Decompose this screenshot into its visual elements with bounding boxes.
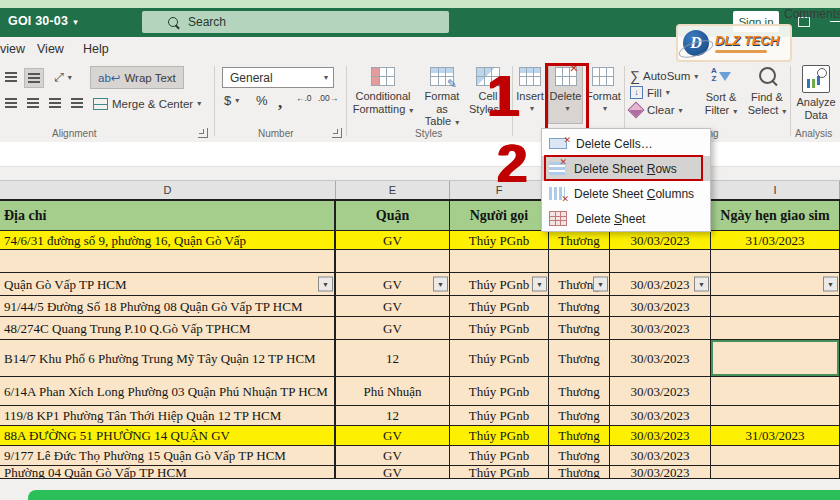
tab-view[interactable]: View xyxy=(37,42,64,56)
increase-decimal-button[interactable]: ←.0 xyxy=(296,93,312,103)
cell[interactable]: 6/14A Phan Xích Long Phường 03 Quận Phú … xyxy=(0,377,336,406)
find-select-button[interactable]: Find & Select▾ xyxy=(746,65,788,118)
cell[interactable] xyxy=(711,250,840,273)
menu-item-delete-sheet[interactable]: Delete Sheet xyxy=(542,206,710,231)
formula-bar[interactable] xyxy=(0,142,840,167)
cell[interactable]: GV▼ xyxy=(336,273,450,296)
cell[interactable] xyxy=(450,250,549,273)
cell[interactable]: Thúy PGnb xyxy=(450,446,549,466)
column-letter-D[interactable]: D xyxy=(0,181,336,199)
cell[interactable]: Thúy PGnb xyxy=(450,406,549,426)
header-cell[interactable]: Quận xyxy=(336,199,450,231)
cell[interactable]: 30/03/2023 xyxy=(610,466,711,479)
cell[interactable]: GV xyxy=(336,317,450,340)
cell[interactable]: Thúy PGnb xyxy=(450,426,549,446)
merge-center-button[interactable]: Merge & Center ▾ xyxy=(90,93,204,114)
cell[interactable]: Thúy PGnb xyxy=(450,296,549,317)
cell[interactable] xyxy=(711,446,840,466)
cell[interactable]: Thương xyxy=(549,377,610,406)
filter-dropdown-icon[interactable]: ▼ xyxy=(593,277,608,292)
cell[interactable]: 119/8 KP1 Phường Tân Thới Hiệp Quận 12 T… xyxy=(0,406,336,426)
cell[interactable]: Thương xyxy=(549,340,610,377)
cell[interactable] xyxy=(336,250,450,273)
menu-item-delete-cells[interactable]: Delete Cells… xyxy=(542,131,710,156)
cell[interactable]: 30/03/2023 xyxy=(610,426,711,446)
column-letter-I[interactable]: I xyxy=(711,181,840,199)
cell[interactable]: Thúy PGnb xyxy=(450,377,549,406)
cell[interactable]: ▼ xyxy=(711,273,840,296)
cell[interactable]: Thúy PGnb xyxy=(450,466,549,479)
cell[interactable]: Thương xyxy=(549,466,610,479)
cell[interactable]: Thương xyxy=(549,406,610,426)
filter-dropdown-icon[interactable]: ▼ xyxy=(823,277,838,292)
comments-button[interactable]: Comments xyxy=(784,7,840,21)
cell[interactable]: 12 xyxy=(336,406,450,426)
filter-dropdown-icon[interactable]: ▼ xyxy=(433,277,448,292)
cell[interactable]: Thương▼ xyxy=(549,273,610,296)
comma-style-button[interactable]: , xyxy=(278,93,282,113)
column-letter-E[interactable]: E xyxy=(336,181,450,199)
clear-button[interactable]: Clear ▾ xyxy=(630,104,683,116)
cell[interactable]: GV xyxy=(336,466,450,479)
cell[interactable]: Quận Gò Vấp TP HCM▼ xyxy=(0,273,336,296)
cell[interactable]: Thương xyxy=(549,317,610,340)
accounting-format-button[interactable]: $▾ xyxy=(224,93,239,108)
cell[interactable] xyxy=(711,296,840,317)
cell[interactable]: 74/6/31 đường số 9, phường 16, Quận Gò V… xyxy=(0,231,336,250)
percent-style-button[interactable]: % xyxy=(256,93,268,108)
cell[interactable]: GV xyxy=(336,446,450,466)
sort-filter-button[interactable]: AZ Sort & Filter▾ xyxy=(700,65,742,118)
cell[interactable]: 91/44/5 Đường Số 18 Phường 08 Quận Gò Vấ… xyxy=(0,296,336,317)
increase-indent-button[interactable] xyxy=(68,94,86,112)
cell[interactable] xyxy=(711,377,840,406)
header-cell[interactable]: Địa chỉ xyxy=(0,199,336,231)
number-format-select[interactable]: General ▾ xyxy=(222,67,334,88)
cell[interactable]: 88A ĐƯỜNG 51 PHƯỜNG 14 QUẬN GV xyxy=(0,426,336,446)
header-cell[interactable]: Người gọi xyxy=(450,199,549,231)
cell[interactable]: 9/177 Lê Đức Thọ Phường 15 Quận Gò Vấp T… xyxy=(0,446,336,466)
cell[interactable]: Thúy PGnb▼ xyxy=(450,273,549,296)
search-bar[interactable] xyxy=(142,11,449,33)
cell[interactable]: GV xyxy=(336,426,450,446)
cell[interactable]: B14/7 Khu Phố 6 Phường Trung Mỹ Tây Quận… xyxy=(0,340,336,377)
fill-button[interactable]: ↓ Fill ▾ xyxy=(630,86,670,99)
cell[interactable]: Thương xyxy=(549,296,610,317)
cell[interactable]: 30/03/2023 xyxy=(610,317,711,340)
filter-dropdown-icon[interactable]: ▼ xyxy=(532,277,547,292)
cell[interactable] xyxy=(711,466,840,479)
cell[interactable]: Thương xyxy=(549,446,610,466)
decrease-indent-button[interactable] xyxy=(46,94,64,112)
cell[interactable]: 30/03/2023▼ xyxy=(610,273,711,296)
cell[interactable]: Thương xyxy=(549,231,610,250)
search-input[interactable] xyxy=(186,14,390,30)
cell[interactable]: Thúy PGnb xyxy=(450,317,549,340)
conditional-formatting-button[interactable]: Conditional Formatting▾ xyxy=(352,65,414,117)
menu-item-delete-sheet-columns[interactable]: Delete Sheet Columns xyxy=(542,181,710,206)
cell[interactable]: 30/03/2023 xyxy=(610,406,711,426)
alignment-dialog-launcher-icon[interactable] xyxy=(198,128,208,138)
filter-dropdown-icon[interactable]: ▼ xyxy=(694,277,709,292)
cell[interactable]: 30/03/2023 xyxy=(610,446,711,466)
cell[interactable]: 12 xyxy=(336,340,450,377)
filter-dropdown-icon[interactable]: ▼ xyxy=(318,277,333,292)
cell[interactable] xyxy=(549,250,610,273)
analyze-data-button[interactable]: Analyze Data xyxy=(794,65,838,121)
cell[interactable]: GV xyxy=(336,231,450,250)
cell[interactable] xyxy=(711,317,840,340)
cell[interactable] xyxy=(711,340,840,377)
align-center-button[interactable] xyxy=(24,94,42,112)
orientation-button[interactable]: ⤢▾ xyxy=(48,68,78,86)
number-dialog-launcher-icon[interactable] xyxy=(332,128,342,138)
cell[interactable]: 30/03/2023 xyxy=(610,231,711,250)
format-as-table-button[interactable]: Format as Table▾ xyxy=(418,65,466,130)
cell[interactable]: 30/03/2023 xyxy=(610,296,711,317)
cell[interactable]: Phú Nhuận xyxy=(336,377,450,406)
cell[interactable] xyxy=(610,250,711,273)
cell[interactable]: 48/274C Quang Trung P.10 Q.Gò Vấp TPHCM xyxy=(0,317,336,340)
cell[interactable]: GV xyxy=(336,296,450,317)
align-left-button[interactable] xyxy=(2,94,20,112)
cell[interactable] xyxy=(711,406,840,426)
tab-review[interactable]: view xyxy=(0,42,25,56)
wrap-text-button[interactable]: ab↩ Wrap Text xyxy=(90,66,184,89)
cell[interactable]: 31/03/2023 xyxy=(711,231,840,250)
